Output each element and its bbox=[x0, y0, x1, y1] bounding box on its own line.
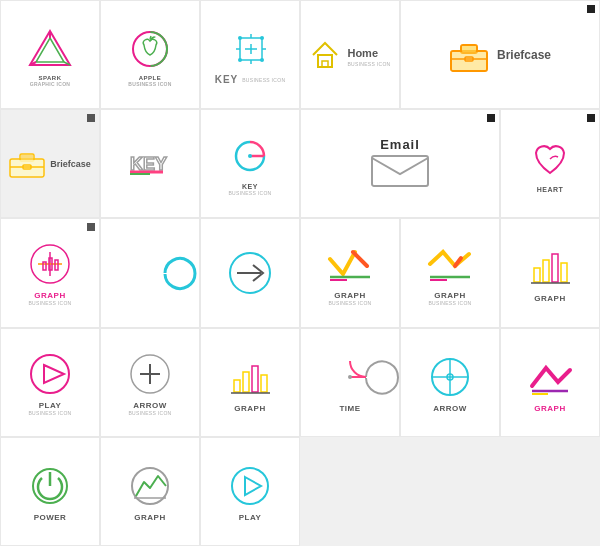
cell-email: Email bbox=[300, 109, 500, 218]
briefcase-left-area: Briefcase bbox=[9, 149, 91, 179]
svg-point-37 bbox=[248, 154, 252, 158]
corner-marker5 bbox=[87, 223, 95, 231]
svg-rect-54 bbox=[561, 263, 567, 282]
svg-rect-23 bbox=[462, 46, 476, 52]
graph-bars2-label: GRAPH bbox=[534, 294, 565, 303]
graph-bars-icon bbox=[20, 239, 80, 289]
key-label-area: KEY BUSINESS ICON bbox=[215, 74, 286, 85]
graph-check2-sublabel: BUSINESS ICON bbox=[428, 300, 471, 306]
svg-rect-62 bbox=[243, 372, 249, 392]
cell-play: PLAY BUSINESS ICON bbox=[0, 328, 100, 437]
key-label: KEY bbox=[215, 74, 239, 85]
briefcase-top-label: Briefcase bbox=[497, 48, 551, 62]
svg-line-7 bbox=[150, 36, 151, 39]
arrow-circle-icon bbox=[220, 248, 280, 298]
graph-bars3-label: GRAPH bbox=[234, 404, 265, 413]
apple-icon bbox=[120, 23, 180, 73]
home-area: Home BUSINESS ICON bbox=[309, 39, 390, 71]
svg-rect-29 bbox=[21, 155, 33, 160]
cell-graph-check3: GRAPH bbox=[500, 328, 600, 437]
briefcase-left-icon bbox=[9, 149, 45, 179]
power-icon bbox=[20, 461, 80, 511]
cell-power: POWER bbox=[0, 437, 100, 546]
cell-time2: TIME bbox=[300, 328, 400, 437]
corner-marker2 bbox=[87, 114, 95, 122]
home-label: Home bbox=[347, 47, 378, 59]
svg-rect-64 bbox=[261, 375, 267, 392]
cell-briefcase-left: Briefcase bbox=[0, 109, 100, 218]
svg-point-16 bbox=[260, 58, 264, 62]
cell-graph-check1: GRAPH BUSINESS ICON bbox=[300, 218, 400, 327]
svg-point-67 bbox=[348, 375, 352, 379]
cell-graph-mountain: Graph bbox=[100, 437, 200, 546]
play2-icon bbox=[220, 461, 280, 511]
crosshair-label: arrow bbox=[433, 404, 467, 413]
briefcase-left-label: Briefcase bbox=[50, 159, 91, 169]
corner-marker3 bbox=[487, 114, 495, 122]
cell-crosshair: arrow bbox=[400, 328, 500, 437]
cell-arrow-circle bbox=[200, 218, 300, 327]
svg-marker-57 bbox=[44, 365, 64, 383]
cell-c-circle bbox=[100, 218, 200, 327]
time-sublabel: BUSINESS ICON bbox=[228, 190, 271, 196]
briefcase-top-area: Briefcase bbox=[449, 37, 551, 73]
arrow-label: arrow bbox=[133, 401, 167, 410]
cell-apple: APPLEBUSINESS ICON bbox=[100, 0, 200, 109]
cell-arrow-plus: arrow BUSINESS ICON bbox=[100, 328, 200, 437]
email-label: Email bbox=[380, 137, 420, 152]
graph-check1-label: GRAPH bbox=[334, 291, 365, 300]
key-sublabel: BUSINESS ICON bbox=[242, 77, 285, 83]
star-label: SPARKGRAPHIC ICON bbox=[30, 75, 71, 87]
briefcase-top-icon bbox=[449, 37, 489, 73]
home-icon bbox=[309, 39, 341, 71]
svg-point-13 bbox=[238, 36, 242, 40]
graph-check2-icon bbox=[420, 239, 480, 289]
cell-home: Home BUSINESS ICON bbox=[300, 0, 400, 109]
home-text: Home BUSINESS ICON bbox=[347, 43, 390, 67]
svg-rect-42 bbox=[43, 262, 46, 270]
svg-marker-79 bbox=[245, 477, 261, 495]
apple-label: APPLEBUSINESS ICON bbox=[128, 75, 171, 87]
cell-graph-bars2: GRAPH bbox=[500, 218, 600, 327]
corner-marker4 bbox=[587, 114, 595, 122]
play-icon bbox=[20, 349, 80, 399]
graph-check2-label: GRAPH bbox=[434, 291, 465, 300]
cell-graph-bars: GRAPH BUSINESS ICON bbox=[0, 218, 100, 327]
cell-graph-check2: GRAPH BUSINESS ICON bbox=[400, 218, 500, 327]
icon-grid: SPARKGRAPHIC ICON APPLEBUSINESS ICON bbox=[0, 0, 600, 546]
arrow-sublabel: BUSINESS ICON bbox=[128, 410, 171, 416]
play-label: PLAY bbox=[39, 401, 62, 410]
graph-bars-sublabel: BUSINESS ICON bbox=[28, 300, 71, 306]
svg-rect-53 bbox=[552, 254, 558, 282]
time2-icon bbox=[320, 352, 380, 402]
key-icon: KEY bbox=[120, 139, 180, 189]
heart-icon bbox=[520, 134, 580, 184]
graph-check3-icon bbox=[520, 352, 580, 402]
time-label: KEY bbox=[242, 183, 258, 190]
email-area: Email bbox=[370, 137, 430, 190]
svg-rect-38 bbox=[372, 156, 428, 186]
home-sublabel: BUSINESS ICON bbox=[347, 61, 390, 67]
arrow-plus-icon bbox=[120, 349, 180, 399]
graph-mountain-icon bbox=[120, 461, 180, 511]
graph-bars3-icon bbox=[220, 352, 280, 402]
svg-rect-52 bbox=[543, 260, 549, 282]
svg-rect-44 bbox=[55, 260, 58, 270]
cell-heart: HEART bbox=[500, 109, 600, 218]
svg-rect-30 bbox=[11, 160, 43, 176]
power-label: POWER bbox=[34, 513, 67, 522]
key-circuit-icon bbox=[220, 24, 280, 74]
crosshair-icon bbox=[420, 352, 480, 402]
svg-point-15 bbox=[238, 58, 242, 62]
heart-label: HEART bbox=[537, 186, 564, 193]
cell-key-circuit: KEY BUSINESS ICON bbox=[200, 0, 300, 109]
cell-star: SPARKGRAPHIC ICON bbox=[0, 0, 100, 109]
c-circle-icon bbox=[120, 248, 180, 298]
graph-check1-icon bbox=[320, 239, 380, 289]
cell-play2: PLAY bbox=[200, 437, 300, 546]
svg-rect-51 bbox=[534, 268, 540, 282]
cell-time: KEY BUSINESS ICON bbox=[200, 109, 300, 218]
graph-bars-label: GRAPH bbox=[34, 291, 65, 300]
cell-briefcase-top: Briefcase bbox=[400, 0, 600, 109]
svg-marker-1 bbox=[36, 38, 64, 62]
